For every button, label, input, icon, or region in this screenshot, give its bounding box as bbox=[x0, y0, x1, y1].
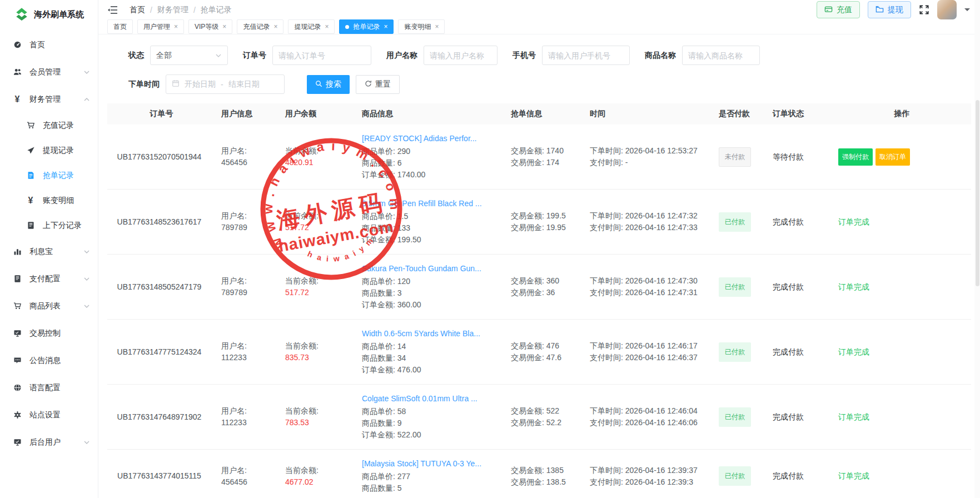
sidebar-item-trade-control[interactable]: 交易控制 bbox=[0, 320, 98, 347]
withdraw-button[interactable]: 提现 bbox=[868, 1, 911, 18]
sidebar-item-announcements[interactable]: 公告消息 bbox=[0, 347, 98, 374]
unit-price: 商品单价: 14 bbox=[362, 341, 493, 352]
order-amount: 订单金额: 1740.00 bbox=[362, 169, 493, 181]
trade-amount: 交易金额: 360 bbox=[511, 275, 571, 287]
sidebar-item-recharge-records[interactable]: 充值记录 bbox=[0, 113, 98, 138]
force-pay-button[interactable]: 强制付款 bbox=[838, 148, 873, 166]
order-status: 完成付款 bbox=[773, 412, 804, 421]
sidebar-item-grab-order-records[interactable]: 抢单记录 bbox=[0, 163, 98, 188]
quantity: 商品数量: 9 bbox=[362, 417, 493, 429]
sidebar-item-interest[interactable]: 利息宝 bbox=[0, 238, 98, 265]
order-amount: 订单金额: 199.50 bbox=[362, 234, 493, 246]
trade-amount: 交易金额: 1385 bbox=[511, 465, 571, 476]
sidebar-item-payment-config[interactable]: 支付配置 bbox=[0, 265, 98, 292]
calendar-icon bbox=[172, 79, 180, 89]
chevron-down-icon bbox=[215, 52, 222, 59]
close-icon[interactable]: × bbox=[222, 23, 226, 30]
order-complete-link[interactable]: 订单完成 bbox=[838, 412, 869, 421]
pay-time: 支付时间: - bbox=[590, 157, 700, 168]
status-select[interactable]: 全部 bbox=[150, 46, 228, 65]
chevron-down-icon bbox=[83, 248, 90, 255]
sidebar-item-product-list[interactable]: 商品列表 bbox=[0, 292, 98, 320]
close-icon[interactable]: × bbox=[174, 23, 178, 30]
sidebar-item-admin-users[interactable]: 后台用户 bbox=[0, 429, 98, 456]
breadcrumb: 首页 / 财务管理 / 抢单记录 bbox=[130, 5, 232, 15]
cancel-order-button[interactable]: 取消订单 bbox=[875, 148, 910, 166]
recharge-button[interactable]: 充值 bbox=[817, 1, 860, 18]
close-icon[interactable]: × bbox=[435, 23, 439, 30]
user-menu-caret-icon[interactable] bbox=[964, 8, 970, 11]
order-status: 完成付款 bbox=[773, 471, 804, 480]
sidebar-item-label: 公告消息 bbox=[29, 356, 61, 366]
tab-user-management[interactable]: 用户管理 × bbox=[137, 19, 184, 34]
breadcrumb-finance[interactable]: 财务管理 bbox=[157, 5, 188, 15]
unit-price: 商品单价: 120 bbox=[362, 276, 493, 287]
sidebar-item-label: 语言配置 bbox=[29, 383, 61, 393]
collapse-sidebar-icon[interactable] bbox=[107, 5, 118, 15]
product-link[interactable]: Width 0.6-5cm 5Yards White Bla... bbox=[362, 328, 493, 340]
sidebar-item-balance-changes[interactable]: ¥ 账变明细 bbox=[0, 188, 98, 213]
tab-home[interactable]: 首页 bbox=[107, 19, 133, 34]
sidebar-item-members[interactable]: 会员管理 bbox=[0, 58, 98, 86]
order-complete-link[interactable]: 订单完成 bbox=[838, 217, 869, 226]
order-complete-link[interactable]: 订单完成 bbox=[838, 471, 869, 480]
order-complete-link[interactable]: 订单完成 bbox=[838, 282, 869, 291]
sidebar-item-language-config[interactable]: 语言配置 bbox=[0, 374, 98, 401]
scrollbar-thumb[interactable] bbox=[976, 100, 979, 286]
close-icon[interactable]: × bbox=[384, 23, 387, 30]
admin-user-icon bbox=[12, 437, 22, 447]
sidebar-item-withdraw-records[interactable]: 提现记录 bbox=[0, 138, 98, 163]
sidebar-item-site-settings[interactable]: 站点设置 bbox=[0, 401, 98, 429]
date-end-placeholder: 结束日期 bbox=[228, 79, 260, 89]
chevron-down-icon bbox=[83, 69, 90, 76]
product-link[interactable]: 0.5mm Gel Pen Refill Black Red ... bbox=[362, 198, 493, 210]
order-no: UB17763147775124324 bbox=[116, 346, 203, 358]
sidebar-item-home[interactable]: 首页 bbox=[0, 31, 98, 58]
search-button[interactable]: 搜索 bbox=[307, 75, 350, 94]
tab-grab-order-records[interactable]: 抢单记录 × bbox=[339, 19, 394, 34]
sidebar-item-updown-records[interactable]: 上下分记录 bbox=[0, 213, 98, 238]
phone-input[interactable] bbox=[542, 46, 630, 65]
tab-label: 抢单记录 bbox=[353, 22, 380, 32]
product-link[interactable]: Colgate SlimSoft 0.01mm Ultra ... bbox=[362, 393, 493, 405]
product-link[interactable]: [READY STOCK] Adidas Perfor... bbox=[362, 133, 493, 145]
close-icon[interactable]: × bbox=[273, 23, 277, 30]
order-time: 下单时间: 2026-04-16 12:47:32 bbox=[590, 210, 700, 222]
order-time: 下单时间: 2026-04-16 12:46:17 bbox=[590, 340, 700, 352]
tab-vip-level[interactable]: VIP等级 × bbox=[188, 19, 232, 34]
table-row: UB17763143774015115 用户名: 456456 当前余额: 46… bbox=[107, 450, 971, 498]
avatar[interactable] bbox=[937, 0, 957, 19]
order-time: 下单时间: 2026-04-16 12:39:37 bbox=[590, 465, 700, 476]
order-no: UB17763147648971902 bbox=[116, 411, 203, 423]
trade-amount: 交易金额: 199.5 bbox=[511, 210, 571, 222]
tab-withdraw-records[interactable]: 提现记录 × bbox=[288, 19, 335, 34]
order-status: 完成付款 bbox=[773, 347, 804, 356]
order-no: UB17763143774015115 bbox=[116, 470, 203, 482]
order-complete-link[interactable]: 订单完成 bbox=[838, 347, 869, 356]
send-icon bbox=[26, 146, 36, 156]
tab-recharge-records[interactable]: 充值记录 × bbox=[237, 19, 283, 34]
date-range-input[interactable]: 开始日期 - 结束日期 bbox=[166, 74, 285, 94]
tab-label: 首页 bbox=[113, 22, 127, 32]
order-no-input[interactable] bbox=[272, 46, 371, 65]
breadcrumb-home[interactable]: 首页 bbox=[130, 5, 145, 15]
reset-button[interactable]: 重置 bbox=[356, 75, 400, 94]
breadcrumb-separator: / bbox=[150, 6, 152, 14]
balance-value: 835.73 bbox=[285, 353, 309, 362]
close-icon[interactable]: × bbox=[325, 23, 329, 30]
product-link[interactable]: [Malaysia Stock] TUTUYA 0-3 Ye... bbox=[362, 458, 493, 470]
product-link[interactable]: Sakura Pen-Touch Gundam Gun... bbox=[362, 263, 493, 275]
fullscreen-icon[interactable] bbox=[919, 4, 929, 15]
product-name-input[interactable] bbox=[682, 46, 760, 65]
col-order-no: 订单号 bbox=[107, 103, 213, 124]
quantity: 商品数量: 133 bbox=[362, 222, 493, 234]
sidebar-item-finance[interactable]: ¥ 财务管理 bbox=[0, 86, 98, 113]
balance-label: 当前余额: bbox=[285, 276, 319, 285]
sidebar-item-label: 利息宝 bbox=[29, 247, 53, 257]
card-icon bbox=[824, 5, 833, 15]
col-paid: 是否付款 bbox=[710, 103, 764, 124]
balance-value: 4677.02 bbox=[285, 477, 314, 486]
yen-icon: ¥ bbox=[26, 196, 36, 206]
tab-balance-changes[interactable]: 账变明细 × bbox=[398, 19, 445, 34]
username-input[interactable] bbox=[424, 46, 498, 65]
